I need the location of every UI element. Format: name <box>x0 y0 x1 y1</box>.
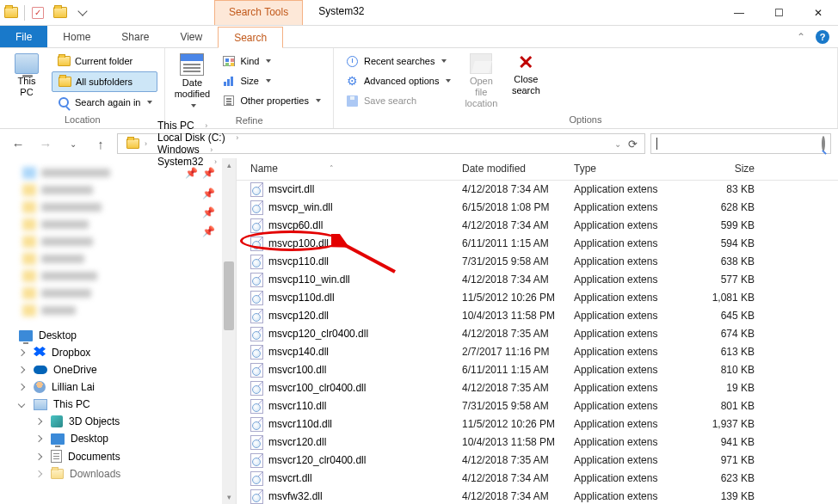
file-row[interactable]: msvcp100.dll6/11/2011 1:15 AMApplication… <box>237 235 838 253</box>
tab-home[interactable]: Home <box>47 26 106 47</box>
search-again-in-button[interactable]: Search again in <box>52 93 157 112</box>
breadcrumb-segment[interactable]: Local Disk (C:) › <box>151 132 242 144</box>
tab-search[interactable]: Search <box>218 27 283 48</box>
minimize-button[interactable]: — <box>719 0 759 26</box>
kind-button[interactable]: Kind <box>217 52 325 71</box>
ribbon: This PC Current folder All subfolders Se… <box>0 48 838 129</box>
advanced-options-button[interactable]: Advanced options <box>341 71 456 90</box>
nav-documents[interactable]: Documents <box>0 447 236 465</box>
file-date: 11/5/2012 10:26 PM <box>462 292 574 304</box>
file-row[interactable]: msvcp_win.dll6/15/2018 1:08 PMApplicatio… <box>237 199 838 217</box>
file-type: Application extens <box>574 255 686 267</box>
user-icon <box>34 381 46 393</box>
all-subfolders-button[interactable]: All subfolders <box>52 71 157 92</box>
address-dropdown-icon[interactable]: ⌄ <box>614 139 621 149</box>
file-size: 645 KB <box>686 310 755 322</box>
help-icon[interactable]: ? <box>816 30 829 44</box>
file-size: 941 KB <box>686 436 755 448</box>
file-name: msvcr100_clr0400.dll <box>268 382 366 394</box>
nav-desktop-folder[interactable]: Desktop <box>0 430 236 447</box>
search-input[interactable] <box>650 133 831 154</box>
file-row[interactable]: msvcr110.dll7/31/2015 9:58 AMApplication… <box>237 397 838 415</box>
tab-share[interactable]: Share <box>106 26 164 47</box>
back-button[interactable]: ← <box>7 132 29 155</box>
forward-button[interactable]: → <box>34 132 57 155</box>
maximize-button[interactable]: ☐ <box>759 0 798 26</box>
file-row[interactable]: msvcp110_win.dll4/12/2018 7:34 AMApplica… <box>237 271 838 289</box>
dll-file-icon <box>250 255 263 269</box>
file-row[interactable]: msvfw32.dll4/12/2018 7:34 AMApplication … <box>237 488 838 504</box>
tab-file[interactable]: File <box>0 26 47 47</box>
column-headers[interactable]: Name˄ Date modified Type Size <box>237 158 838 181</box>
file-name: msvcr110.dll <box>268 400 326 412</box>
file-name: msvfw32.dll <box>268 490 323 502</box>
pin-icon: 📌 <box>202 206 215 218</box>
file-row[interactable]: msvcp110d.dll11/5/2012 10:26 PMApplicati… <box>237 289 838 307</box>
folder-icon <box>51 469 64 479</box>
nav-downloads[interactable]: Downloads <box>0 465 236 482</box>
navpane-scrollbar[interactable]: ▴▾ <box>222 158 236 504</box>
file-date: 4/12/2018 7:34 AM <box>462 183 574 195</box>
file-row[interactable]: msvcp60.dll4/12/2018 7:34 AMApplication … <box>237 217 838 235</box>
address-bar[interactable]: › This PC ›Local Disk (C:) ›Windows ›Sys… <box>117 133 645 154</box>
file-row[interactable]: msvcr100_clr0400.dll4/12/2018 7:35 AMApp… <box>237 379 838 397</box>
qat-new-folder-icon[interactable] <box>49 0 71 26</box>
file-type: Application extens <box>574 418 686 430</box>
dll-file-icon <box>250 381 263 396</box>
file-size: 971 KB <box>686 454 755 466</box>
current-folder-button[interactable]: Current folder <box>52 52 157 71</box>
close-search-button[interactable]: ✕ Close search <box>506 52 545 113</box>
file-type: Application extens <box>574 382 686 394</box>
other-properties-button[interactable]: Other properties <box>217 91 325 110</box>
pin-icon: 📌 <box>202 167 215 179</box>
file-date: 4/12/2018 7:34 AM <box>462 490 574 502</box>
file-name: msvcp100.dll <box>268 237 329 249</box>
file-size: 83 KB <box>686 183 755 195</box>
close-window-button[interactable]: ✕ <box>798 0 838 26</box>
file-row[interactable]: msvcp140.dll2/7/2017 11:16 PMApplication… <box>237 343 838 361</box>
onedrive-icon <box>34 366 47 374</box>
file-row[interactable]: msvcirt.dll4/12/2018 7:34 AMApplication … <box>237 181 838 199</box>
qat-customize-dropdown[interactable] <box>71 0 94 26</box>
file-date: 7/31/2015 9:58 AM <box>462 255 574 267</box>
file-row[interactable]: msvcp120.dll10/4/2013 11:58 PMApplicatio… <box>237 307 838 325</box>
ribbon-collapse-chevron-icon[interactable]: ⌃ <box>797 31 805 43</box>
file-row[interactable]: msvcp120_clr0400.dll4/12/2018 7:35 AMApp… <box>237 325 838 343</box>
nav-desktop[interactable]: Desktop <box>0 327 236 344</box>
size-button[interactable]: Size <box>217 71 325 90</box>
file-type: Application extens <box>574 310 686 322</box>
refresh-icon[interactable]: ⟳ <box>628 138 638 151</box>
nav-dropbox[interactable]: Dropbox <box>0 344 236 361</box>
nav-3d-objects[interactable]: 3D Objects <box>0 413 236 430</box>
file-type: Application extens <box>574 183 686 195</box>
up-button[interactable]: ↑ <box>89 132 112 155</box>
file-name: msvcr120.dll <box>268 436 326 448</box>
nav-this-pc[interactable]: This PC <box>0 396 236 413</box>
file-name: msvcirt.dll <box>268 183 314 195</box>
file-row[interactable]: msvcr120.dll10/4/2013 11:58 PMApplicatio… <box>237 433 838 452</box>
file-row[interactable]: msvcrt.dll4/12/2018 7:34 AMApplication e… <box>237 470 838 488</box>
search-icon <box>57 95 71 109</box>
breadcrumb-segment[interactable]: This PC › <box>151 120 242 132</box>
breadcrumb-segment[interactable]: Windows › <box>151 144 242 156</box>
nav-user[interactable]: Lillian Lai <box>0 378 236 396</box>
file-date: 10/4/2013 11:58 PM <box>462 436 574 448</box>
save-search-button[interactable]: Save search <box>341 91 456 110</box>
file-name: msvcp_win.dll <box>268 201 333 213</box>
recent-locations-dropdown[interactable]: ⌄ <box>62 132 84 155</box>
file-name: msvcr120_clr0400.dll <box>268 454 366 466</box>
file-type: Application extens <box>574 364 686 376</box>
file-row[interactable]: msvcp110.dll7/31/2015 9:58 AMApplication… <box>237 253 838 271</box>
this-pc-button[interactable]: This PC <box>7 52 46 113</box>
qat-properties-icon[interactable]: ✓ <box>27 0 49 26</box>
recent-searches-button[interactable]: Recent searches <box>341 52 456 71</box>
clock-icon <box>346 54 360 68</box>
date-modified-button[interactable]: Date modified <box>172 52 212 114</box>
file-row[interactable]: msvcr120_clr0400.dll4/12/2018 7:35 AMApp… <box>237 452 838 470</box>
tab-view[interactable]: View <box>164 26 218 47</box>
navigation-pane: 📌 📌 📌 📌 📌 Desktop Dropbox OneDrive Lilli… <box>0 158 237 504</box>
ribbon-tabs: File Home Share View Search ⌃ ? <box>0 26 838 48</box>
nav-onedrive[interactable]: OneDrive <box>0 361 236 378</box>
file-row[interactable]: msvcr100.dll6/11/2011 1:15 AMApplication… <box>237 361 838 379</box>
file-row[interactable]: msvcr110d.dll11/5/2012 10:26 PMApplicati… <box>237 415 838 433</box>
